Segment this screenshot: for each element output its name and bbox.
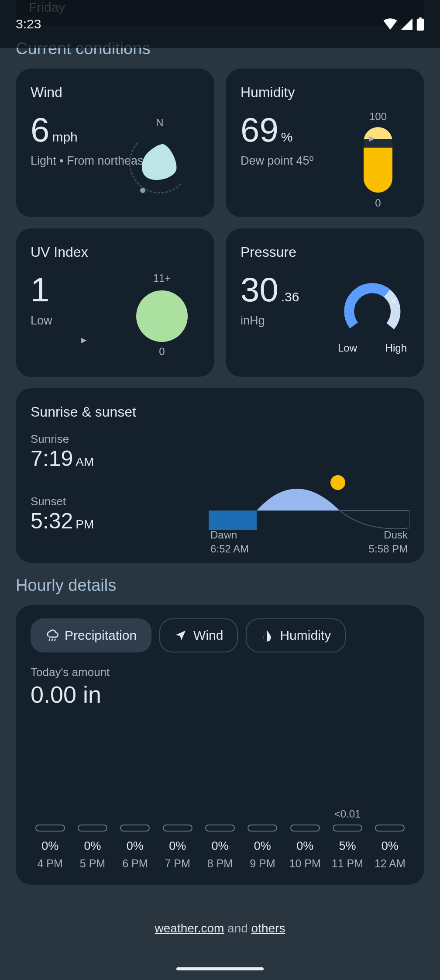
chip-wind-label: Wind: [193, 628, 223, 643]
hourly-bar: <0.015%11 PM: [328, 808, 367, 870]
svg-rect-5: [209, 511, 257, 530]
chip-precip-label: Precipitation: [65, 628, 137, 643]
sunrise-sunset-card[interactable]: Sunrise & sunset Sunrise 7:19AM Sunset 5…: [16, 388, 424, 563]
svg-line-10: [55, 639, 55, 641]
status-bar: 3:23: [0, 0, 440, 48]
bar-percent: 0%: [127, 839, 144, 853]
uv-max-label: 11+: [127, 272, 197, 284]
hourly-bar: 0%10 PM: [285, 808, 324, 870]
svg-line-9: [52, 639, 52, 641]
battery-icon: [416, 17, 424, 31]
dusk-label: Dusk: [369, 529, 408, 541]
hourly-bar: 0%9 PM: [243, 808, 282, 870]
svg-rect-1: [419, 17, 421, 19]
home-indicator[interactable]: [176, 967, 264, 970]
status-time: 3:23: [16, 17, 41, 31]
hourly-bar: 0%4 PM: [31, 808, 69, 870]
pressure-card[interactable]: Pressure 30.36 inHg Low High: [226, 228, 424, 377]
bar-hour: 10 PM: [289, 857, 321, 870]
bar-hour: 7 PM: [165, 857, 190, 870]
hourly-bar: 0%5 PM: [73, 808, 112, 870]
chip-precipitation[interactable]: Precipitation: [31, 618, 151, 652]
dawn-dusk-labels: Dawn 6:52 AM Dusk 5:58 PM: [209, 529, 409, 555]
chip-wind[interactable]: Wind: [159, 618, 238, 652]
dusk-time: 5:58 PM: [369, 543, 408, 555]
wind-title: Wind: [31, 84, 199, 100]
humidity-gauge: 100 0: [352, 110, 404, 209]
sun-title: Sunrise & sunset: [31, 404, 409, 420]
wind-direction-icon: [138, 143, 182, 183]
uv-sun-icon: [136, 290, 188, 342]
uv-gauge: 11+ 0: [127, 272, 197, 358]
wind-card[interactable]: Wind 6mph Light • From northeast N: [16, 69, 214, 217]
sunset-label: Sunset: [31, 495, 94, 508]
wind-value: 6: [31, 110, 49, 149]
svg-line-8: [49, 639, 50, 641]
dawn-time: 6:52 AM: [210, 543, 249, 555]
attribution-mid: and: [224, 921, 251, 935]
hourly-bars: 0%4 PM0%5 PM0%6 PM0%7 PM0%8 PM0%9 PM0%10…: [31, 808, 409, 870]
bar-percent: 0%: [211, 839, 228, 853]
bar-hour: 12 AM: [375, 857, 406, 870]
humidity-min-label: 0: [352, 197, 404, 209]
wind-unit: mph: [52, 130, 77, 144]
pressure-frac: .36: [281, 290, 299, 304]
humidity-unit: %: [281, 130, 293, 144]
bar-percent: 0%: [254, 839, 271, 853]
today-amount-label: Today's amount: [31, 666, 409, 679]
sunrise-ampm: AM: [76, 455, 94, 469]
bar-shell: [333, 825, 362, 832]
uv-min-label: 0: [127, 345, 197, 358]
bar-hour: 6 PM: [122, 857, 148, 870]
navigation-icon: [174, 629, 187, 642]
signal-icon: [401, 18, 413, 30]
chip-humidity[interactable]: Humidity: [246, 618, 346, 652]
bar-shell: [120, 825, 150, 832]
droplet-icon: [261, 629, 274, 642]
bar-shell: [163, 825, 192, 832]
bar-hour: 5 PM: [80, 857, 105, 870]
sunset-ampm: PM: [76, 518, 94, 531]
pressure-title: Pressure: [241, 244, 409, 260]
bar-percent: 0%: [84, 839, 101, 853]
uv-title: UV Index: [31, 244, 199, 260]
humidity-title: Humidity: [241, 84, 409, 100]
humidity-card[interactable]: Humidity 69% Dew point 45º 100 0 ▶: [226, 69, 424, 217]
wifi-icon: [383, 18, 397, 30]
status-icons: [383, 17, 424, 31]
hourly-bar: 0%8 PM: [200, 808, 239, 870]
sun-position-icon: [330, 475, 345, 490]
bar-shell: [375, 825, 405, 832]
sunset-time: 5:32: [31, 509, 73, 533]
source-others-link[interactable]: others: [251, 921, 285, 935]
bar-percent: 0%: [41, 839, 58, 853]
svg-rect-0: [417, 19, 424, 31]
humidity-value: 69: [241, 110, 278, 149]
source-weather-link[interactable]: weather.com: [155, 921, 224, 935]
sunrise-label: Sunrise: [31, 432, 94, 446]
hourly-bar: 0%12 AM: [371, 808, 409, 870]
uv-card[interactable]: UV Index 1 Low 11+ 0 ▶: [16, 228, 214, 377]
hourly-card: Precipitation Wind Humidity Today's amou…: [16, 605, 424, 885]
bar-shell: [78, 825, 107, 832]
bar-hour: 8 PM: [207, 857, 233, 870]
bar-hour: 4 PM: [37, 857, 62, 870]
bar-percent: 0%: [296, 839, 313, 853]
compass-north-label: N: [123, 117, 197, 129]
pressure-low-label: Low: [338, 342, 357, 354]
uv-pointer-icon: ▶: [81, 336, 86, 344]
pressure-gauge: Low High: [335, 281, 409, 354]
sunrise-time: 7:19: [31, 446, 73, 471]
bar-percent: 0%: [169, 839, 186, 853]
bar-shell: [248, 825, 277, 832]
bar-shell: [35, 825, 65, 832]
precipitation-icon: [45, 629, 58, 642]
humidity-max-label: 100: [352, 110, 404, 123]
chip-humidity-label: Humidity: [280, 628, 331, 643]
hourly-details-heading: Hourly details: [16, 576, 424, 595]
dawn-label: Dawn: [210, 529, 249, 541]
hourly-bar: 0%7 PM: [158, 808, 197, 870]
bar-hour: 11 PM: [332, 857, 363, 870]
humidity-pointer-icon: ▶: [369, 134, 375, 142]
bar-percent: 0%: [382, 839, 399, 853]
